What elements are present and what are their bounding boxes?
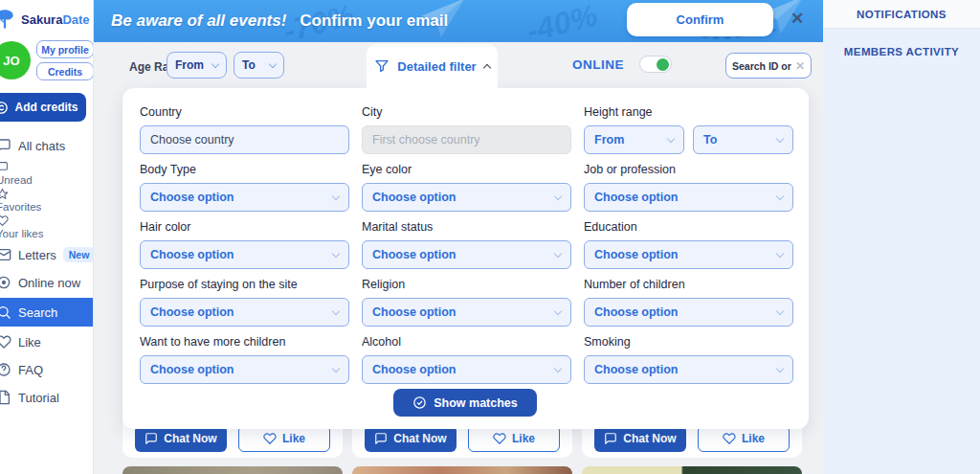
city-input: First choose country (362, 125, 571, 154)
like-button[interactable]: Like (238, 425, 330, 452)
chat-now-button[interactable]: Chat Now (594, 425, 686, 452)
religion-select[interactable]: Choose option (362, 298, 571, 327)
sidebar-item-letters[interactable]: LettersNew (0, 242, 94, 267)
education-select[interactable]: Choose option (584, 240, 793, 269)
like-label: Like (512, 432, 535, 445)
chevron-down-icon (269, 59, 277, 67)
chat-icon (0, 161, 9, 173)
magnifier-icon (0, 305, 11, 320)
like-label: Like (282, 432, 305, 445)
detailed-filter-tab[interactable]: Detailed filter (367, 44, 498, 88)
add-credits-button[interactable]: Add credits (0, 93, 86, 122)
sidebar-item-label: All chats (18, 139, 65, 153)
field-label: Marital status (362, 220, 571, 234)
sidebar-item-label: Letters (18, 248, 56, 262)
close-icon[interactable]: ✕ (791, 9, 804, 29)
new-badge: New (63, 247, 94, 262)
clear-icon[interactable]: ✕ (795, 59, 805, 73)
chevron-down-icon (332, 192, 340, 199)
sidebar-item-your-likes[interactable]: Your likes (0, 214, 94, 239)
profile-photo[interactable] (352, 466, 572, 474)
chat-icon (0, 138, 11, 153)
profile-photo[interactable] (122, 466, 343, 474)
alcohol-select[interactable]: Choose option (362, 355, 571, 384)
heart-icon (0, 214, 9, 227)
chevron-down-icon (554, 306, 562, 314)
show-matches-label: Show matches (434, 396, 518, 410)
control-text: Choose option (150, 305, 234, 319)
like-button[interactable]: Like (698, 425, 790, 452)
control-text: Choose option (372, 248, 457, 261)
smoking-select[interactable]: Choose option (584, 355, 793, 384)
logo[interactable]: SakuraDate (0, 6, 93, 33)
funnel-icon (374, 58, 390, 74)
field-label: Education (584, 220, 793, 234)
number-of-children-select[interactable]: Choose option (584, 298, 793, 327)
chat-now-label: Chat Now (164, 432, 216, 445)
check-circle-icon (412, 395, 427, 410)
detailed-filter-label: Detailed filter (397, 59, 476, 74)
chat-icon (604, 432, 617, 445)
banner-message-emphasis: Be aware of all events! (111, 11, 286, 31)
field-label: Number of children (584, 278, 793, 291)
marital-status-select[interactable]: Choose option (362, 240, 571, 269)
height-range-to-select[interactable]: To (693, 125, 793, 154)
want-to-have-more-children-select[interactable]: Choose option (140, 355, 349, 384)
country-input[interactable]: Choose country (140, 125, 349, 154)
members-activity-panel: MEMBERS ACTIVITY (823, 29, 980, 474)
eye-color-select[interactable]: Choose option (362, 183, 571, 212)
height-range-from-select[interactable]: From (584, 125, 684, 154)
chevron-down-icon (332, 306, 340, 314)
sidebar-item-tutorial[interactable]: Tutorial (0, 385, 94, 410)
profile-photo[interactable] (582, 466, 802, 474)
field-label: Alcohol (362, 335, 571, 349)
discount-watermark: -40% (523, 0, 601, 42)
like-button[interactable]: Like (468, 425, 560, 452)
field-label: Religion (362, 278, 571, 291)
field-marital-status: Marital statusChoose option (362, 220, 571, 269)
sidebar-item-favorites[interactable]: Favorites (0, 188, 94, 213)
sidebar-item-label: Like (18, 335, 41, 350)
online-toggle[interactable] (639, 56, 672, 73)
sidebar-item-label: Your likes (0, 228, 43, 239)
sidebar-item-unread[interactable]: Unread (0, 161, 94, 186)
field-label: Hair color (140, 220, 349, 234)
age-from-select[interactable]: From (167, 52, 227, 79)
body-type-select[interactable]: Choose option (140, 183, 349, 212)
email-banner: -70% -40% Be aware of all events! Confir… (94, 0, 823, 42)
chevron-down-icon (554, 192, 562, 199)
my-profile-button[interactable]: My profile (36, 40, 94, 58)
control-text: Choose option (594, 305, 679, 319)
hair-color-select[interactable]: Choose option (140, 240, 349, 269)
show-matches-button[interactable]: Show matches (393, 389, 537, 417)
field-want-to-have-more-children: Want to have more childrenChoose option (140, 335, 349, 384)
search-id-input[interactable]: Search ID or ✕ (725, 53, 812, 79)
like-label: Like (742, 432, 765, 445)
age-to-select[interactable]: To (234, 52, 284, 79)
chevron-down-icon (776, 249, 784, 257)
purpose-of-staying-on-the-site-select[interactable]: Choose option (140, 298, 349, 327)
dot-icon (0, 275, 11, 290)
sidebar-item-search[interactable]: Search (0, 298, 94, 327)
sidebar-item-online-now[interactable]: Online now (0, 270, 94, 295)
chat-now-button[interactable]: Chat Now (135, 425, 227, 452)
control-text: Choose option (372, 191, 457, 204)
credits-coin-icon (0, 101, 9, 115)
confirm-button[interactable]: Confirm (627, 3, 773, 36)
toggle-knob (657, 58, 669, 71)
sidebar-item-like[interactable]: Like (0, 329, 94, 354)
chat-now-button[interactable]: Chat Now (365, 425, 457, 452)
members-activity-header: MEMBERS ACTIVITY (823, 29, 980, 57)
credits-button[interactable]: Credits (36, 62, 94, 80)
sidebar-item-all-chats[interactable]: All chats (0, 133, 94, 158)
sidebar-item-label: Tutorial (18, 391, 59, 405)
avatar[interactable]: JO (0, 41, 31, 79)
chevron-down-icon (776, 192, 784, 199)
search-id-placeholder: Search ID or (732, 60, 791, 72)
field-label: City (362, 105, 571, 119)
control-text: Choose option (150, 248, 234, 261)
job-or-profession-select[interactable]: Choose option (584, 183, 793, 212)
sidebar-item-label: Unread (0, 174, 33, 186)
sidebar-item-faq[interactable]: FAQ (0, 357, 94, 382)
heart-icon (0, 334, 11, 350)
